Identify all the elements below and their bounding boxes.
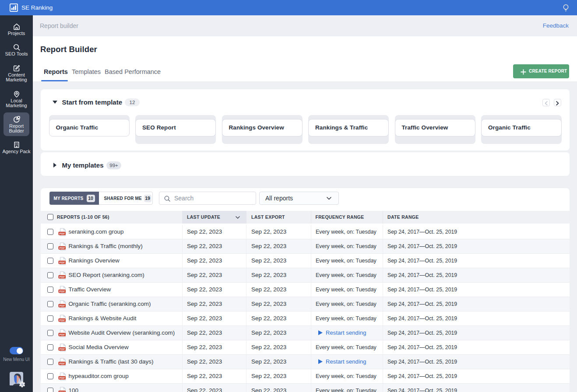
svg-text:PDF: PDF xyxy=(60,247,65,249)
svg-text:PDF: PDF xyxy=(60,232,65,235)
svg-text:PDF: PDF xyxy=(60,333,65,336)
svg-text:PDF: PDF xyxy=(60,290,65,293)
svg-text:PDF: PDF xyxy=(60,261,65,264)
svg-text:PDF: PDF xyxy=(60,319,65,322)
svg-text:PDF: PDF xyxy=(60,362,65,365)
svg-text:PDF: PDF xyxy=(60,304,65,307)
svg-text:PDF: PDF xyxy=(60,377,65,379)
svg-text:PDF: PDF xyxy=(60,276,65,278)
svg-text:PDF: PDF xyxy=(60,348,65,350)
